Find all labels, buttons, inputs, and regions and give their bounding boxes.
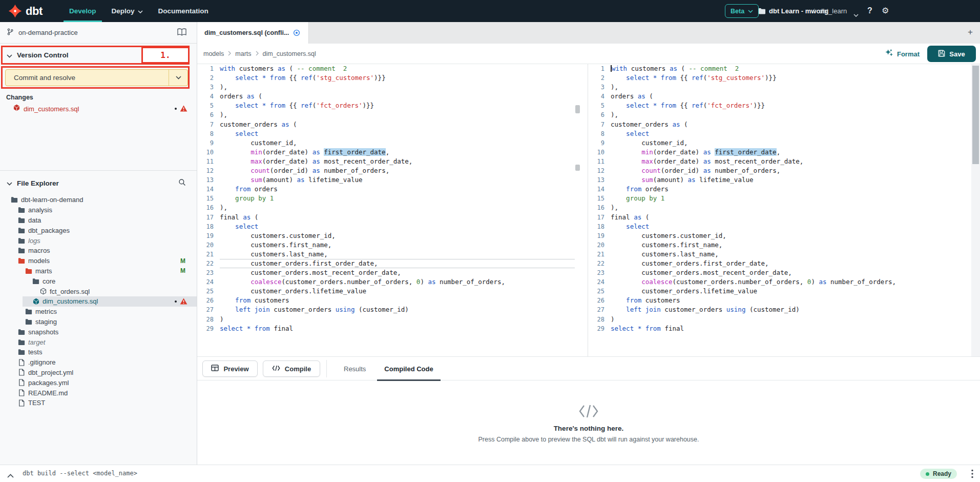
scrollbar-thumb[interactable] bbox=[972, 66, 979, 164]
file-tree-item-target[interactable]: target bbox=[0, 337, 197, 347]
code-line-8[interactable]: 8 select bbox=[197, 129, 575, 138]
new-tab-button[interactable]: + bbox=[968, 27, 973, 37]
code-line-9[interactable]: 9 customer_id, bbox=[588, 138, 964, 148]
breadcrumb-segment-marts[interactable]: marts bbox=[235, 50, 251, 57]
file-tree-item-logs[interactable]: logs bbox=[0, 235, 197, 246]
code-line-4[interactable]: 4orders as ( bbox=[197, 92, 575, 101]
changed-file-dim_customers.sql[interactable]: dim_customers.sql bbox=[0, 103, 197, 114]
file-tree-item-.gitignore[interactable]: .gitignore bbox=[0, 357, 197, 368]
code-line-1[interactable]: 1with customers as ( -- comment 2 bbox=[197, 64, 575, 73]
file-tree-item-marts[interactable]: martsM bbox=[0, 266, 197, 276]
scrollbar-thumb[interactable] bbox=[575, 105, 580, 113]
file-tree-item-dbt_project.yml[interactable]: dbt_project.yml bbox=[0, 368, 197, 378]
kebab-menu-icon[interactable] bbox=[971, 469, 973, 480]
code-line-28[interactable]: 28) bbox=[197, 315, 575, 324]
code-line-6[interactable]: 6), bbox=[197, 110, 575, 119]
code-line-1[interactable]: 1with customers as ( -- comment 2 bbox=[588, 64, 964, 73]
code-line-29[interactable]: 29select * from final bbox=[197, 324, 575, 333]
code-line-12[interactable]: 12 count(order_id) as number_of_orders, bbox=[197, 166, 575, 175]
file-explorer-section-header[interactable]: File Explorer bbox=[0, 174, 197, 192]
code-line-14[interactable]: 14 from orders bbox=[197, 185, 575, 194]
docs-book-icon[interactable] bbox=[177, 28, 186, 38]
editor-pane-right[interactable]: 1with customers as ( -- comment 22 selec… bbox=[588, 64, 964, 356]
code-line-5[interactable]: 5 select * from {{ ref('fct_orders')}} bbox=[588, 101, 964, 110]
code-line-14[interactable]: 14 from orders bbox=[588, 185, 964, 194]
file-tree-item-README.md[interactable]: README.md bbox=[0, 388, 197, 398]
code-line-17[interactable]: 17final as ( bbox=[197, 213, 575, 222]
file-tree-item-packages.yml[interactable]: packages.yml bbox=[0, 377, 197, 388]
code-line-27[interactable]: 27 left join customer_orders using (cust… bbox=[197, 305, 575, 314]
editor-pane-left[interactable]: 1with customers as ( -- comment 22 selec… bbox=[197, 64, 575, 356]
code-line-18[interactable]: 18 select bbox=[588, 222, 964, 231]
code-line-23[interactable]: 23 customer_orders.most_recent_order_dat… bbox=[197, 268, 575, 277]
code-line-3[interactable]: 3), bbox=[588, 83, 964, 92]
code-line-16[interactable]: 16), bbox=[588, 203, 964, 212]
code-line-28[interactable]: 28) bbox=[588, 315, 964, 324]
code-line-27[interactable]: 27 left join customer_orders using (cust… bbox=[588, 305, 964, 314]
file-tree-item-staging[interactable]: staging bbox=[0, 317, 197, 327]
code-line-21[interactable]: 21 customers.last_name, bbox=[197, 250, 575, 259]
code-line-23[interactable]: 23 customer_orders.most_recent_order_dat… bbox=[588, 268, 964, 277]
code-line-9[interactable]: 9 customer_id, bbox=[197, 138, 575, 148]
code-line-3[interactable]: 3), bbox=[197, 83, 575, 92]
file-tree-item-models[interactable]: modelsM bbox=[0, 256, 197, 266]
file-tree-item-dim_customers.sql[interactable]: dim_customers.sql bbox=[0, 296, 197, 307]
commit-and-resolve-button[interactable]: Commit and resolve bbox=[5, 69, 188, 86]
file-tree-item-snapshots[interactable]: snapshots bbox=[0, 327, 197, 337]
code-line-20[interactable]: 20 customers.first_name, bbox=[588, 240, 964, 250]
nav-item-deploy[interactable]: Deploy bbox=[104, 0, 151, 22]
file-tree-item-TEST[interactable]: TEST bbox=[0, 398, 197, 408]
code-line-20[interactable]: 20 customers.first_name, bbox=[197, 240, 575, 250]
code-line-12[interactable]: 12 count(order_id) as number_of_orders, bbox=[588, 166, 964, 175]
code-line-11[interactable]: 11 max(order_date) as most_recent_order_… bbox=[588, 157, 964, 166]
file-tree-item-tests[interactable]: tests bbox=[0, 347, 197, 357]
save-button[interactable]: Save bbox=[927, 46, 976, 62]
project-name[interactable]: dbt_learn bbox=[819, 7, 847, 15]
code-line-26[interactable]: 26 from customers bbox=[197, 296, 575, 305]
code-line-2[interactable]: 2 select * from {{ ref('stg_customers')}… bbox=[588, 73, 964, 83]
code-line-15[interactable]: 15 group by 1 bbox=[588, 194, 964, 203]
file-tree-item-dbt_packages[interactable]: dbt_packages bbox=[0, 225, 197, 235]
tab-results[interactable]: Results bbox=[335, 357, 375, 380]
code-line-18[interactable]: 18 select bbox=[197, 222, 575, 231]
code-line-21[interactable]: 21 customers.last_name, bbox=[588, 250, 964, 259]
search-icon[interactable] bbox=[178, 178, 186, 188]
file-tree-item-macros[interactable]: macros bbox=[0, 246, 197, 256]
right-pane-scrollbar[interactable] bbox=[971, 64, 980, 356]
nav-item-documentation[interactable]: Documentation bbox=[151, 0, 216, 22]
branch-selector[interactable]: on-demand-practice bbox=[0, 22, 197, 44]
breadcrumb-segment-dim_customers.sql[interactable]: dim_customers.sql bbox=[263, 50, 316, 57]
chevron-up-icon[interactable] bbox=[7, 471, 14, 480]
code-line-10[interactable]: 10 min(order_date) as first_order_date, bbox=[197, 148, 575, 157]
breadcrumb-segment-models[interactable]: models bbox=[203, 50, 224, 57]
help-icon[interactable]: ? bbox=[867, 6, 872, 15]
code-line-19[interactable]: 19 customers.customer_id, bbox=[197, 231, 575, 240]
code-line-13[interactable]: 13 sum(amount) as lifetime_value bbox=[588, 175, 964, 185]
settings-icon[interactable]: ⚙ bbox=[882, 6, 889, 15]
scrollbar-thumb[interactable] bbox=[575, 165, 580, 171]
compile-button[interactable]: Compile bbox=[263, 360, 320, 377]
dbt-logo[interactable]: dbt bbox=[8, 0, 43, 22]
nav-item-develop[interactable]: Develop bbox=[61, 0, 104, 22]
code-line-15[interactable]: 15 group by 1 bbox=[197, 194, 575, 203]
file-tree-item-core[interactable]: core bbox=[0, 276, 197, 286]
code-line-8[interactable]: 8 select bbox=[588, 129, 964, 138]
code-line-4[interactable]: 4orders as ( bbox=[588, 92, 964, 101]
code-line-24[interactable]: 24 coalesce(customer_orders.number_of_or… bbox=[197, 277, 575, 287]
tab-compiled-code[interactable]: Compiled Code bbox=[375, 357, 442, 380]
code-line-29[interactable]: 29select * from final bbox=[588, 324, 964, 333]
code-line-11[interactable]: 11 max(order_date) as most_recent_order_… bbox=[197, 157, 575, 166]
file-tree-item-dbt-learn-on-demand[interactable]: dbt-learn-on-demand bbox=[0, 195, 197, 205]
code-line-25[interactable]: 25 customer_orders.lifetime_value bbox=[197, 287, 575, 296]
code-line-5[interactable]: 5 select * from {{ ref('fct_orders')}} bbox=[197, 101, 575, 110]
code-line-16[interactable]: 16), bbox=[197, 203, 575, 212]
code-line-6[interactable]: 6), bbox=[588, 110, 964, 119]
file-tree-item-data[interactable]: data bbox=[0, 215, 197, 226]
tab-dim-customers[interactable]: dim_customers.sql (confli... bbox=[197, 22, 309, 44]
left-pane-scrollbar[interactable] bbox=[574, 64, 581, 356]
command-input[interactable]: dbt build --select <model_name> bbox=[23, 470, 137, 477]
code-line-13[interactable]: 13 sum(amount) as lifetime_value bbox=[197, 175, 575, 185]
file-tree-item-fct_orders.sql[interactable]: fct_orders.sql bbox=[0, 286, 197, 296]
chevron-down-icon[interactable] bbox=[853, 10, 859, 19]
code-line-22[interactable]: 22 customer_orders.first_order_date, bbox=[197, 259, 575, 268]
